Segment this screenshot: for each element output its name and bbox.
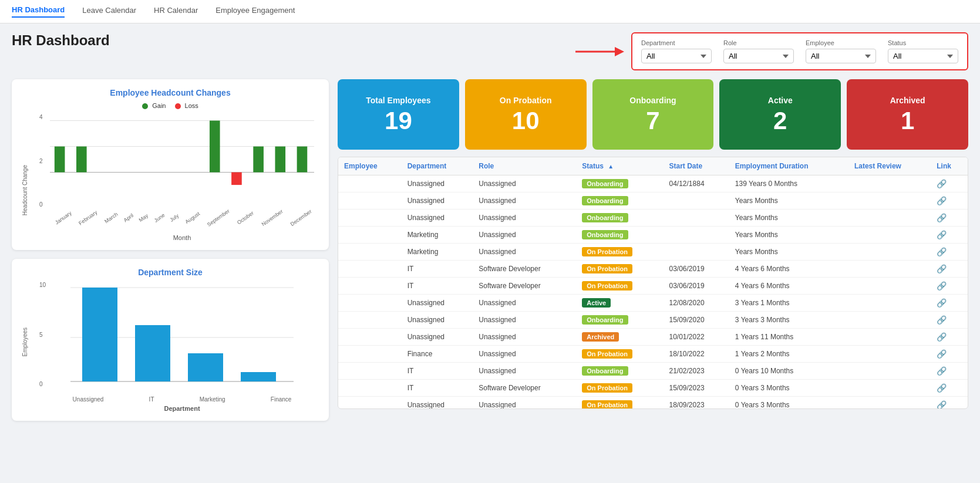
nav-leave-calendar[interactable]: Leave Calendar <box>82 6 136 17</box>
col-status[interactable]: Status ▲ <box>576 157 663 175</box>
link-icon[interactable]: 🔗 <box>937 315 947 325</box>
headcount-chart-card: Employee Headcount Changes Gain Loss Hea… <box>12 79 329 250</box>
employee-filter-select[interactable]: All <box>806 49 876 63</box>
link-icon[interactable]: 🔗 <box>937 179 947 188</box>
cell-department: IT <box>402 261 473 278</box>
col-employee[interactable]: Employee <box>338 157 402 175</box>
cell-link[interactable]: 🔗 <box>931 278 968 295</box>
col-latest-review[interactable]: Latest Review <box>848 157 931 175</box>
status-filter-group: Status All <box>888 39 958 63</box>
cell-role: Software Developer <box>473 278 576 295</box>
link-icon[interactable]: 🔗 <box>937 332 947 342</box>
main-content: HR Dashboard Department All Role <box>0 23 980 430</box>
table-row: Unassigned Unassigned Archived 10/01/202… <box>338 329 968 346</box>
stat-card-total[interactable]: Total Employees 19 <box>338 79 459 150</box>
link-icon[interactable]: 🔗 <box>937 349 947 359</box>
col-employment-duration[interactable]: Employment Duration <box>729 157 848 175</box>
stat-card-archived[interactable]: Archived 1 <box>847 79 968 150</box>
cell-employee <box>338 227 402 244</box>
cell-review <box>848 380 931 397</box>
link-icon[interactable]: 🔗 <box>937 400 947 409</box>
col-start-date[interactable]: Start Date <box>664 157 729 175</box>
cell-status: On Probation <box>576 380 663 397</box>
nav-hr-dashboard[interactable]: HR Dashboard <box>12 5 65 18</box>
cell-duration: 4 Years 6 Months <box>729 261 848 278</box>
on-probation-label: On Probation <box>500 96 552 106</box>
cell-link[interactable]: 🔗 <box>931 363 968 380</box>
cell-duration: 4 Years 6 Months <box>729 278 848 295</box>
status-badge: Active <box>582 298 611 308</box>
status-badge: On Probation <box>582 247 632 256</box>
table-row: Unassigned Unassigned Active 12/08/2020 … <box>338 295 968 312</box>
role-filter-select[interactable]: All <box>723 49 794 63</box>
col-department[interactable]: Department <box>402 157 473 175</box>
cell-link[interactable]: 🔗 <box>931 227 968 244</box>
cell-department: IT <box>402 363 473 380</box>
cell-link[interactable]: 🔗 <box>931 175 968 192</box>
cell-department: Unassigned <box>402 192 473 210</box>
on-probation-value: 10 <box>512 109 540 133</box>
status-filter-select[interactable]: All <box>888 49 958 63</box>
stat-card-active[interactable]: Active 2 <box>719 79 841 150</box>
link-icon[interactable]: 🔗 <box>937 281 947 291</box>
table-row: IT Unassigned Onboarding 21/02/2023 0 Ye… <box>338 363 968 380</box>
cell-role: Software Developer <box>473 380 576 397</box>
department-filter-select[interactable]: All <box>641 49 712 63</box>
link-icon[interactable]: 🔗 <box>937 383 947 393</box>
link-icon[interactable]: 🔗 <box>937 230 947 239</box>
dept-bar-chart-svg <box>50 282 314 393</box>
cell-duration: Years Months <box>729 227 848 244</box>
table-row: IT Software Developer On Probation 03/06… <box>338 261 968 278</box>
cell-review <box>848 175 931 192</box>
svg-rect-12 <box>297 147 308 173</box>
cell-link[interactable]: 🔗 <box>931 295 968 312</box>
employee-filter-group: Employee All <box>806 39 876 63</box>
cell-link[interactable]: 🔗 <box>931 312 968 329</box>
cell-link[interactable]: 🔗 <box>931 346 968 363</box>
stat-card-onboarding[interactable]: Onboarding 7 <box>592 79 714 150</box>
cell-department: Unassigned <box>402 312 473 329</box>
department-filter-group: Department All <box>641 39 712 63</box>
status-filter-label: Status <box>888 39 958 46</box>
cell-status: Archived <box>576 329 663 346</box>
link-icon[interactable]: 🔗 <box>937 298 947 308</box>
cell-start-date <box>664 244 729 261</box>
cell-link[interactable]: 🔗 <box>931 397 968 410</box>
stat-cards-row: Total Employees 19 On Probation 10 Onboa… <box>338 79 968 150</box>
cell-employee <box>338 210 402 227</box>
cell-department: Unassigned <box>402 175 473 192</box>
col-link[interactable]: Link <box>931 157 968 175</box>
loss-legend: Loss <box>175 102 198 109</box>
right-panel: Total Employees 19 On Probation 10 Onboa… <box>338 79 968 421</box>
cell-department: Unassigned <box>402 210 473 227</box>
nav-employee-engagement[interactable]: Employee Engagement <box>215 6 295 17</box>
gain-legend-dot <box>142 103 148 109</box>
col-role[interactable]: Role <box>473 157 576 175</box>
cell-link[interactable]: 🔗 <box>931 261 968 278</box>
link-icon[interactable]: 🔗 <box>937 213 947 222</box>
cell-review <box>848 210 931 227</box>
cell-link[interactable]: 🔗 <box>931 329 968 346</box>
link-icon[interactable]: 🔗 <box>937 196 947 205</box>
nav-hr-calendar[interactable]: HR Calendar <box>154 6 198 17</box>
stat-card-probation[interactable]: On Probation 10 <box>465 79 587 150</box>
link-icon[interactable]: 🔗 <box>937 247 947 256</box>
cell-employee <box>338 295 402 312</box>
cell-link[interactable]: 🔗 <box>931 192 968 210</box>
cell-link[interactable]: 🔗 <box>931 210 968 227</box>
employee-filter-label: Employee <box>806 39 876 46</box>
cell-link[interactable]: 🔗 <box>931 244 968 261</box>
cell-role: Unassigned <box>473 329 576 346</box>
loss-legend-dot <box>175 103 181 109</box>
table-row: Unassigned Unassigned Onboarding Years M… <box>338 210 968 227</box>
link-icon[interactable]: 🔗 <box>937 366 947 376</box>
active-value: 2 <box>773 109 787 133</box>
employee-table-container[interactable]: Employee Department Role Status ▲ Start … <box>338 157 968 409</box>
cell-start-date: 12/08/2020 <box>664 295 729 312</box>
svg-rect-6 <box>55 147 65 173</box>
headcount-x-labels: January February March April May June Ju… <box>50 211 314 221</box>
cell-link[interactable]: 🔗 <box>931 380 968 397</box>
svg-rect-20 <box>241 372 276 381</box>
link-icon[interactable]: 🔗 <box>937 264 947 273</box>
total-employees-label: Total Employees <box>366 96 430 106</box>
